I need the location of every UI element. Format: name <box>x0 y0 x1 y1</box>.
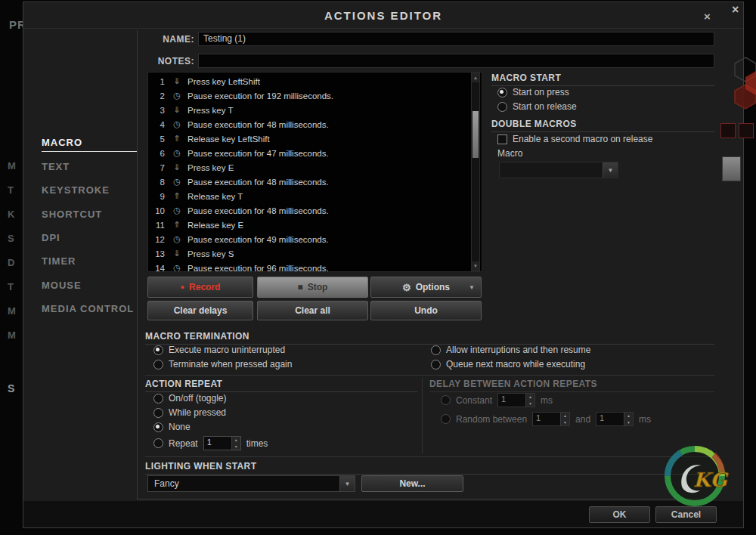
stepper-down-icon[interactable]: ▼ <box>624 419 633 426</box>
radio-random-delay[interactable]: Random between 1 ▲▼ and 1 ▲▼ ms <box>441 412 651 426</box>
checkbox-second-macro[interactable]: Enable a second macro on release <box>497 134 652 144</box>
chevron-down-icon: ▼ <box>469 284 475 291</box>
dialog-close-icon[interactable]: × <box>704 10 711 23</box>
background-text: T <box>8 281 14 292</box>
action-row[interactable]: 10◷Pause execution for 48 milliseconds. <box>148 203 482 218</box>
radio-none[interactable]: None <box>153 422 191 432</box>
times-label: times <box>246 438 268 449</box>
record-dot-icon: ● <box>181 283 184 291</box>
action-row[interactable]: 11⇑Release key E <box>148 218 482 232</box>
stop-button[interactable]: ■ Stop <box>257 277 368 298</box>
new-lighting-button[interactable]: New... <box>361 475 463 492</box>
action-row[interactable]: 1⇓Press key LeftShift <box>148 74 482 88</box>
action-row[interactable]: 7⇓Press key E <box>148 160 482 175</box>
random-max-stepper[interactable]: 1 ▲▼ <box>596 412 634 426</box>
stepper-value[interactable]: 1 <box>498 394 525 407</box>
sidebar-item-timer[interactable]: TIMER <box>42 255 136 267</box>
background-button[interactable] <box>739 123 754 138</box>
sidebar-item-keystroke[interactable]: KEYSTROKE <box>42 184 136 196</box>
action-number: 7 <box>151 163 165 172</box>
radio-label: Repeat <box>169 438 198 449</box>
chevron-down-icon[interactable]: ▼ <box>339 476 355 491</box>
action-row[interactable]: 5⇑Release key LeftShift <box>148 131 482 146</box>
record-button[interactable]: ● Record <box>147 277 253 298</box>
action-row[interactable]: 6◷Pause execution for 47 milliseconds. <box>148 146 482 160</box>
sidebar-item-mouse[interactable]: MOUSE <box>42 280 136 291</box>
stepper-value[interactable]: 1 <box>533 413 560 425</box>
background-scrollbar-thumb[interactable] <box>722 156 741 181</box>
clear-all-button[interactable]: Clear all <box>257 301 368 320</box>
sidebar-item-dpi[interactable]: DPI <box>42 232 136 243</box>
radio-constant-delay[interactable]: Constant 1 ▲▼ ms <box>441 393 553 407</box>
scrollbar-thumb[interactable] <box>472 111 479 158</box>
action-text: Release key LeftShift <box>187 135 270 144</box>
action-row[interactable]: 14◷Pause execution for 96 milliseconds. <box>148 261 482 272</box>
chevron-down-icon[interactable]: ▼ <box>603 162 618 178</box>
lighting-dropdown[interactable]: Fancy ▼ <box>147 475 355 492</box>
stepper-down-icon[interactable]: ▼ <box>232 444 240 450</box>
stepper-up-icon[interactable]: ▲ <box>232 437 240 444</box>
list-scrollbar[interactable]: ▲ ▼ <box>471 73 480 271</box>
ms-label: ms <box>541 395 553 406</box>
pause-icon: ◷ <box>172 177 182 187</box>
stepper-down-icon[interactable]: ▼ <box>526 400 534 407</box>
cancel-button[interactable]: Cancel <box>655 506 717 523</box>
action-row[interactable]: 12◷Pause execution for 49 milliseconds. <box>148 232 482 246</box>
hex-pattern-decoration <box>712 54 756 113</box>
stepper-up-icon[interactable]: ▲ <box>561 413 569 419</box>
second-macro-dropdown[interactable]: ▼ <box>499 162 618 178</box>
stepper-down-icon[interactable]: ▼ <box>561 419 569 426</box>
radio-repeat-times[interactable]: Repeat 1 ▲▼ times <box>153 436 268 450</box>
radio-queue-next-macro[interactable]: Queue next macro while executing <box>431 359 585 370</box>
release-key-icon: ⇑ <box>172 134 182 144</box>
stepper-value[interactable]: 1 <box>596 413 624 425</box>
radio-terminate-when-pressed[interactable]: Terminate when pressed again <box>153 359 292 370</box>
radio-allow-interruptions[interactable]: Allow interruptions and then resume <box>431 345 590 355</box>
stepper-value[interactable]: 1 <box>204 437 231 450</box>
radio-start-on-press[interactable]: Start on press <box>497 87 569 97</box>
section-divider <box>145 375 714 376</box>
radio-execute-uninterrupted[interactable]: Execute macro uninterrupted <box>153 345 285 355</box>
action-number: 8 <box>151 178 165 187</box>
repeat-count-stepper[interactable]: 1 ▲▼ <box>203 436 241 450</box>
radio-onoff-toggle[interactable]: On/off (toggle) <box>153 393 227 404</box>
action-row[interactable]: 4◷Pause execution for 48 milliseconds. <box>148 117 482 131</box>
options-button[interactable]: ⚙ Options ▼ <box>370 277 482 298</box>
macro-action-list[interactable]: 1⇓Press key LeftShift 2◷Pause execution … <box>147 72 482 272</box>
action-row[interactable]: 2◷Pause execution for 192 milliseconds. <box>148 88 482 103</box>
constant-delay-stepper[interactable]: 1 ▲▼ <box>497 393 535 407</box>
radio-icon <box>441 414 451 424</box>
macro-start-header: MACRO START <box>491 73 714 86</box>
action-row[interactable]: 9⇑Release key T <box>148 189 482 203</box>
stepper-up-icon[interactable]: ▲ <box>526 394 534 400</box>
action-number: 5 <box>151 135 165 144</box>
action-row[interactable]: 13⇓Press key S <box>148 246 482 261</box>
radio-label: Constant <box>456 395 492 406</box>
sidebar-item-macro[interactable]: MACRO <box>42 137 136 148</box>
notes-input[interactable] <box>198 54 714 68</box>
background-text: D <box>8 257 15 268</box>
action-number: 1 <box>151 77 165 86</box>
background-button[interactable] <box>720 123 736 138</box>
action-row[interactable]: 8◷Pause execution for 48 milliseconds. <box>148 175 482 189</box>
radio-start-on-release[interactable]: Start on release <box>497 101 577 112</box>
scroll-down-icon[interactable]: ▼ <box>472 261 479 271</box>
radio-while-pressed[interactable]: While pressed <box>153 407 226 418</box>
clear-delays-button[interactable]: Clear delays <box>147 301 253 320</box>
random-min-stepper[interactable]: 1 ▲▼ <box>532 412 570 426</box>
sidebar-item-media-control[interactable]: MEDIA CONTROL <box>42 303 136 314</box>
name-input[interactable]: Testing (1) <box>198 32 714 46</box>
sidebar-item-text[interactable]: TEXT <box>42 161 136 172</box>
ok-button[interactable]: OK <box>589 506 650 523</box>
action-row[interactable]: 3⇓Press key T <box>148 103 482 117</box>
background-text: T <box>8 184 14 196</box>
radio-icon <box>497 102 507 112</box>
screen: PR M T K S D T M M S × ACTIONS EDITOR × … <box>0 0 756 535</box>
undo-button[interactable]: Undo <box>370 301 482 320</box>
stepper-up-icon[interactable]: ▲ <box>624 413 633 419</box>
background-text: K <box>8 209 15 220</box>
checkbox-label: Enable a second macro on release <box>513 134 652 144</box>
radio-label: Start on press <box>513 87 569 97</box>
scroll-up-icon[interactable]: ▲ <box>472 73 479 82</box>
sidebar-item-shortcut[interactable]: SHORTCUT <box>42 209 136 220</box>
